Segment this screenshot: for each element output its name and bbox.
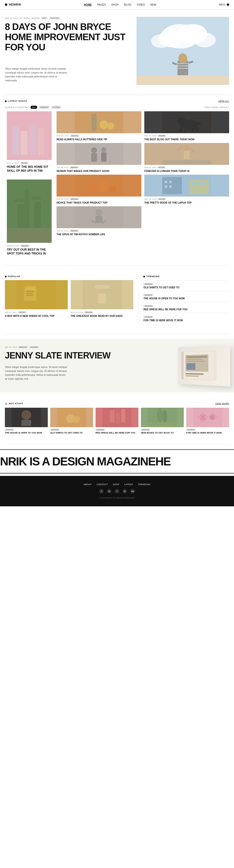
- trend-title-2: THE HOUSE IS OPEN TO YOU NOW: [143, 297, 229, 300]
- social-twitter-icon[interactable]: t: [115, 489, 119, 493]
- post-date-7: DEC 25, 2013: [144, 135, 156, 137]
- logo-icon: [5, 3, 7, 6]
- svg-rect-24: [14, 199, 24, 202]
- filter-sort[interactable]: FIRST SHOW: DEFAULT: [205, 106, 229, 108]
- trend-tag-2: SOURCE: [143, 294, 153, 296]
- marquee-text: NRIK IS A DESIGN MAGAZINEHE: [0, 455, 234, 468]
- post-date-5: APR 30, 2013: [57, 198, 69, 200]
- interview-tag-marcus[interactable]: MARCUS: [18, 346, 28, 348]
- hot-card-1[interactable]: SOURCE THE HOUSE IS OPEN TO YOU NOW: [5, 408, 48, 434]
- post-card-2[interactable]: MAR 30, 2013 DESIGN TRY OUT OUR BEST IN …: [5, 180, 54, 260]
- hot-meta-1: SOURCE: [5, 429, 48, 431]
- hot-title-5: FOR TIME IS HERE MOVE IT NOW: [186, 432, 229, 434]
- post-title-3[interactable]: READ ALWAYS FALLS BUTTERED SIDE TIP: [57, 138, 141, 141]
- nav-video[interactable]: VIDEO: [137, 3, 145, 6]
- post-title-5[interactable]: DEVICE THAT TAKES YOUR PRODUCT TOP: [57, 201, 141, 204]
- post-date-9: MAY 24, 2013: [144, 198, 156, 200]
- post-card-1[interactable]: OCT 24, 2013 FILTER HOME OF THE BIG HOME…: [5, 111, 54, 178]
- footer-latest[interactable]: LATEST: [124, 483, 133, 486]
- post-card-7[interactable]: DEC 25, 2013 FILTER THE BEST BLOG OUT TH…: [144, 111, 229, 141]
- footer-shop[interactable]: SHOP: [113, 483, 120, 486]
- post-title-9[interactable]: THE PRETTY BOOK OF THE LAPUA TOP: [144, 201, 229, 204]
- hot-card-2[interactable]: SOURCE OLD SHIRTS TO GET USED TO: [50, 408, 93, 434]
- nav-shop[interactable]: SHOP: [111, 3, 119, 6]
- post-card-9[interactable]: MAY 24, 2013 FILTER THE PRETTY BOOK OF T…: [144, 175, 229, 204]
- pop-tag-1[interactable]: VISION: [18, 311, 26, 313]
- svg-point-47: [177, 117, 186, 125]
- post-tag-7[interactable]: FILTER: [158, 135, 166, 137]
- hero-tag-painting[interactable]: PAINTING: [49, 17, 60, 20]
- popular-title: POPULAR: [5, 275, 133, 278]
- pop-title-1[interactable]: A BOX WITH A NEW SHEEN OF COOL TOP: [5, 314, 68, 318]
- svg-rect-21: [24, 189, 29, 228]
- nav-pages[interactable]: PAGES: [97, 3, 106, 6]
- post-title-8[interactable]: FOREVER IS LONGER THAN TODAY IS: [144, 169, 229, 173]
- footer-trending[interactable]: TRENDING: [138, 483, 150, 486]
- post-tag-9[interactable]: FILTER: [158, 198, 166, 200]
- hot-img-3: [95, 408, 139, 427]
- nav-blog[interactable]: BLOG: [124, 3, 131, 6]
- pop-title-2[interactable]: THE GREATEST BOOK READ BY OUR DADS: [71, 314, 134, 318]
- interview-tag-golden[interactable]: GOLDEN: [29, 346, 39, 348]
- social-rss-icon[interactable]: rss: [130, 489, 135, 493]
- hot-title-4: NEW BOXES TO GET BACK TO: [141, 432, 184, 434]
- post-tag-1[interactable]: FILTER: [20, 162, 29, 164]
- post-title-7[interactable]: THE BEST BLOG OUT THERE TODAY NOW: [144, 138, 229, 141]
- post-title-2[interactable]: TRY OUT OUR BEST IN THE SPOT TOPS AND TR…: [7, 248, 52, 255]
- hot-title-2: OLD SHIRTS TO GET USED TO: [50, 432, 93, 434]
- post-card-3[interactable]: NOV 24, 2013 DESIGN READ ALWAYS FALLS BU…: [57, 111, 141, 141]
- svg-rect-42: [95, 216, 103, 223]
- post-tag-4[interactable]: DESIGN: [70, 166, 79, 168]
- pop-card-2[interactable]: AUG 24, 2013 DESIGN THE GREATEST BOOK RE…: [71, 280, 134, 318]
- filter-filter[interactable]: FILTER: [51, 106, 61, 109]
- post-title-1[interactable]: HOME OF THE BIG HOME KIT SKILL OF MIX UP…: [7, 165, 52, 173]
- hot-meta-5: SOURCE: [186, 429, 229, 431]
- post-img-7: [144, 111, 229, 133]
- pop-tag-2[interactable]: DESIGN: [84, 311, 93, 313]
- filter-all[interactable]: ALL: [30, 106, 37, 109]
- svg-rect-93: [22, 420, 31, 426]
- info-dot-icon: [227, 3, 229, 6]
- view-more-button[interactable]: VIEW MORE: [215, 402, 229, 405]
- trend-item-3[interactable]: SOURCE RED DRESS WILL BE HERE FOR YOU: [143, 302, 229, 313]
- post-tag-3[interactable]: DESIGN: [70, 135, 79, 137]
- post-tag-8[interactable]: FILTER: [157, 166, 166, 168]
- nav-new[interactable]: NEW: [150, 3, 156, 6]
- view-all-button[interactable]: VIEW ALL: [218, 100, 229, 102]
- svg-rect-16: [12, 126, 20, 155]
- post-card-8[interactable]: FEB 23, 2013 FILTER FOREVER IS LONGER TH…: [144, 143, 229, 173]
- post-title-4[interactable]: DESIGN THAT MAKES OUR PRODUCT GOOD: [57, 169, 141, 173]
- post-tag-2[interactable]: DESIGN: [21, 245, 29, 247]
- trend-item-2[interactable]: SOURCE THE HOUSE IS OPEN TO YOU NOW: [143, 291, 229, 302]
- hot-card-4[interactable]: SOURCE NEW BOXES TO GET BACK TO: [141, 408, 184, 434]
- filter-design[interactable]: DESIGN: [39, 106, 50, 109]
- pop-card-1[interactable]: JAN 24, 2013 VISION A BOX WITH A NEW SHE…: [5, 280, 68, 318]
- hot-card-5[interactable]: SOURCE FOR TIME IS HERE MOVE IT NOW: [186, 408, 229, 434]
- svg-rect-36: [75, 175, 123, 196]
- nav-info[interactable]: INFO: [219, 3, 229, 6]
- social-facebook-icon[interactable]: f: [99, 489, 104, 493]
- post-card-6[interactable]: JUN 30, 2013 DESIGN THE OPUS OF TIM ROTH…: [57, 206, 141, 236]
- post-card-5[interactable]: APR 30, 2013 DESIGN DEVICE THAT TAKES YO…: [57, 175, 141, 204]
- nav-home[interactable]: HOME: [84, 3, 92, 6]
- hot-card-3[interactable]: SOURCE RED DRESS WILL BE HERE FOR YOU: [95, 408, 139, 434]
- footer-about[interactable]: ABOUT: [84, 483, 92, 486]
- social-instagram-icon[interactable]: ◎: [107, 489, 111, 493]
- trend-tag-3: SOURCE: [143, 305, 153, 307]
- post-card-4[interactable]: JUN 28, 2013 DESIGN DESIGN THAT MAKES OU…: [57, 143, 141, 173]
- svg-rect-73: [26, 293, 33, 294]
- post-tag-5[interactable]: DESIGN: [70, 198, 79, 200]
- footer-copyright: © COPYRIGHT BY DESIGNTEMPLATES: [5, 497, 229, 499]
- section-dot-icon: [5, 100, 7, 102]
- post-tag-6[interactable]: DESIGN: [70, 230, 79, 232]
- trend-item-1[interactable]: SOURCE OLD SHIRTS TO GET USED TO: [143, 280, 229, 291]
- svg-rect-17: [21, 131, 28, 155]
- logo[interactable]: HENRIK: [5, 3, 22, 6]
- svg-rect-51: [196, 127, 198, 132]
- hero-tag-art[interactable]: ART: [41, 17, 48, 20]
- hot-tag-5: SOURCE: [186, 429, 196, 431]
- social-linkedin-icon[interactable]: in: [123, 489, 127, 493]
- trend-item-4[interactable]: SOURCE FOR TIME IS HERE MOVE IT NOW: [143, 313, 229, 324]
- footer-contact[interactable]: CONTACT: [96, 483, 108, 486]
- post-title-6[interactable]: THE OPUS OF TIM ROTH'S SOMBER LIFE: [57, 233, 141, 236]
